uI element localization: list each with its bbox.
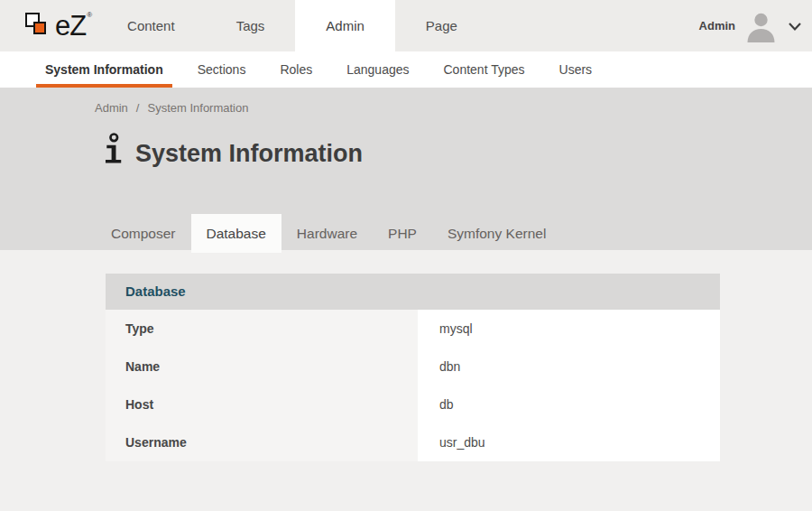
top-tab-admin[interactable]: Admin xyxy=(295,0,395,51)
user-name-label: Admin xyxy=(699,19,735,33)
logo-text: eZ xyxy=(55,12,86,40)
database-info-table: Database Type mysql Name dbn Host db Use… xyxy=(106,274,720,461)
top-tab-tags[interactable]: Tags xyxy=(206,0,296,51)
breadcrumb-admin[interactable]: Admin xyxy=(95,101,128,115)
table-row: Type mysql xyxy=(106,310,720,348)
tab-php[interactable]: PHP xyxy=(373,214,432,253)
page-title-text: System Information xyxy=(135,139,363,168)
ez-logo-mark-icon xyxy=(25,11,51,41)
system-info-tabs: Composer Database Hardware PHP Symfony K… xyxy=(96,214,561,253)
row-label-type: Type xyxy=(106,310,418,348)
topbar: eZ ® Content Tags Admin Page Admin xyxy=(0,0,812,51)
user-avatar-icon xyxy=(744,9,778,42)
breadcrumb-current-page: System Information xyxy=(147,101,248,115)
table-row: Username usr_dbu xyxy=(106,423,720,461)
registered-trademark-mark: ® xyxy=(87,11,92,19)
admin-subnavigation: System Information Sections Roles Langua… xyxy=(0,51,812,88)
tab-database[interactable]: Database xyxy=(191,214,281,253)
row-label-username: Username xyxy=(106,423,418,461)
page-title: System Information xyxy=(102,132,812,168)
table-row: Name dbn xyxy=(106,348,720,386)
subnav-item-system-information[interactable]: System Information xyxy=(36,51,172,88)
row-value-type: mysql xyxy=(418,310,720,348)
subnav-item-languages[interactable]: Languages xyxy=(337,51,418,88)
breadcrumb: Admin / System Information xyxy=(95,88,812,115)
row-label-name: Name xyxy=(106,348,418,386)
tab-composer[interactable]: Composer xyxy=(96,214,191,253)
page-header-region: Admin / System Information System Inform… xyxy=(0,88,812,250)
subnav-item-users[interactable]: Users xyxy=(550,51,602,88)
tab-symfony-kernel[interactable]: Symfony Kernel xyxy=(432,214,561,253)
breadcrumb-separator: / xyxy=(136,101,140,115)
row-label-host: Host xyxy=(106,386,418,423)
info-icon xyxy=(102,132,123,168)
top-tab-content[interactable]: Content xyxy=(97,0,206,51)
logo-orange-square xyxy=(33,22,46,34)
row-value-name: dbn xyxy=(418,348,720,386)
row-value-host: db xyxy=(418,386,720,423)
subnav-item-content-types[interactable]: Content Types xyxy=(435,51,534,88)
user-menu[interactable]: Admin xyxy=(699,0,803,51)
tab-hardware[interactable]: Hardware xyxy=(281,214,373,253)
subnav-item-roles[interactable]: Roles xyxy=(271,51,321,88)
content-area: Database Type mysql Name dbn Host db Use… xyxy=(0,274,812,511)
table-row: Host db xyxy=(106,386,720,423)
subnav-item-sections[interactable]: Sections xyxy=(189,51,255,88)
table-header: Database xyxy=(106,274,720,310)
chevron-down-icon xyxy=(787,18,803,34)
main-navigation: Content Tags Admin Page xyxy=(97,0,488,51)
row-value-username: usr_dbu xyxy=(418,423,720,461)
top-tab-page[interactable]: Page xyxy=(395,0,488,51)
ez-logo[interactable]: eZ ® xyxy=(25,0,91,51)
